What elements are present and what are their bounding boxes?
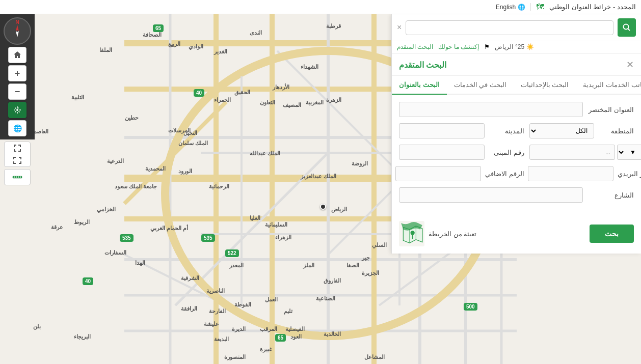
region-city-row: المنطقة الكل المدينة [399,123,634,138]
street-row: الشارع [399,187,634,203]
building-group: رقم المبنى [399,145,524,160]
separator-icon: ⚑ [484,43,490,50]
neighborhood-input[interactable] [529,145,615,160]
postal-additional-row: الرمز البريدي الرقم الاضافي [399,166,634,181]
additional-group: الرقم الاضافي [399,166,524,181]
language-switcher[interactable]: 🌐 English [496,4,525,11]
advanced-search-panel: ✕ البحث المتقدم البحث بالعنوان البحث في … [392,54,641,254]
additional-input[interactable] [395,166,481,181]
search-clear-btn[interactable]: × [397,23,402,32]
neighborhood-select[interactable]: ▼ [617,145,641,160]
postal-input[interactable] [528,166,613,181]
search-tabs: البحث بالعنوان البحث في الخدمات البحث با… [392,76,641,95]
header-right: المحدد - خرائط العنوان الوطني 🗺 🌐 Englis… [496,3,636,12]
advanced-close-btn[interactable]: ✕ [626,59,634,70]
neighborhood-group: الحي ▼ [529,145,641,160]
app-title: المحدد - خرائط العنوان الوطني [549,3,636,11]
header-left [5,0,40,14]
fill-map-icon [399,221,424,246]
svg-line-38 [628,29,630,31]
home-btn[interactable] [8,47,26,63]
sun-icon: ☀️ [526,43,534,50]
svg-marker-29 [16,31,19,37]
postal-group: الرمز البريدي [529,166,641,181]
fill-map-text: تعبئة من الخريطة [429,230,476,238]
postal-label: الرمز البريدي [618,170,641,178]
city-group: المدينة [399,123,524,138]
tab-by-title[interactable]: البحث بالعنوان [392,76,447,95]
region-select[interactable]: الكل [529,123,594,138]
expand-btn-1[interactable] [5,142,30,154]
weather-temp: °25 [515,43,524,50]
search-form: العنوان المختصر المنطقة الكل المدينة الح… [392,95,641,216]
advanced-search-header: ✕ البحث المتقدم [392,54,641,76]
compass-btn[interactable]: N [4,17,31,45]
header-bar: المحدد - خرائط العنوان الوطني 🗺 🌐 Englis… [0,0,641,14]
hamburger-icon [18,4,27,10]
form-bottom: بحث تعبئة من الخريطة [392,216,641,254]
explore-nearby-link[interactable]: إكتشف ما حولك [438,43,479,50]
fill-from-map[interactable]: تعبئة من الخريطة [399,221,476,246]
search-panel: × ☀️ °25 الرياض ⚑ إكتشف ما حولك البحث ال… [391,14,641,254]
search-links: ☀️ °25 الرياض ⚑ إكتشف ما حولك البحث المت… [392,41,641,54]
pan-btn[interactable] [8,102,26,118]
tab-by-services[interactable]: البحث في الخدمات [447,76,514,95]
street-label: الشارع [588,191,634,199]
globe-icon: 🌐 [518,4,525,11]
zoom-out-btn[interactable]: − [8,83,26,100]
svg-point-40 [411,231,415,235]
short-address-row: العنوان المختصر [399,102,634,117]
additional-label: الرقم الاضافي [485,170,524,178]
region-group: المنطقة الكل [529,123,634,138]
hamburger-menu[interactable] [5,0,40,14]
collapse-btn[interactable] [5,154,30,166]
building-input[interactable] [399,145,485,160]
search-bar: × [392,14,641,41]
short-address-input[interactable] [399,102,583,117]
svg-point-30 [16,109,18,111]
advanced-search-link[interactable]: البحث المتقدم [397,43,433,50]
region-label: المنطقة [598,127,634,135]
street-input[interactable] [399,187,583,203]
city-label: المدينة [489,127,524,135]
search-input[interactable] [406,20,613,35]
short-address-label: العنوان المختصر [588,106,634,114]
map-icon: 🗺 [536,3,544,12]
search-button[interactable] [618,18,636,37]
svg-point-37 [624,24,629,30]
globe-view-btn[interactable]: 🌐 [8,120,26,136]
svg-marker-28 [16,25,19,31]
measure-btn[interactable] [4,169,31,185]
tab-by-stats[interactable]: البحث بالإحداثيات [514,76,576,95]
zoom-in-btn[interactable]: + [8,65,26,81]
building-label: رقم المبنى [489,149,524,156]
language-label: English [496,4,516,11]
tab-office-services[interactable]: مكاتب الخدمات البريدية [576,76,641,95]
advanced-search-title: البحث المتقدم [399,60,446,70]
city-name: الرياض [495,43,513,50]
city-input[interactable] [399,123,485,138]
weather-info: ☀️ °25 الرياض [495,43,534,50]
search-submit-btn[interactable]: بحث [590,225,634,243]
neighborhood-building-row: الحي ▼ رقم المبنى [399,145,634,160]
